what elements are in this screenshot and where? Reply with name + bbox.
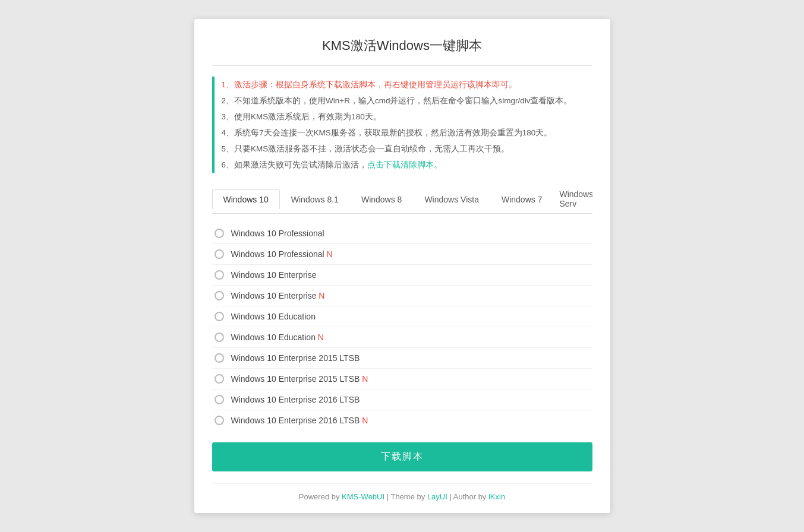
radio-label-pro: Windows 10 Professional <box>231 229 324 238</box>
tab-winvista[interactable]: Windows Vista <box>413 189 490 209</box>
download-button[interactable]: 下载脚本 <box>212 442 592 471</box>
footer-author-label: | Author by <box>447 492 488 501</box>
radio-item-ent2016n[interactable]: Windows 10 Enterprise 2016 LTSB N <box>212 410 592 430</box>
instruction-link-6[interactable]: 点击下载清除脚本。 <box>367 160 442 169</box>
radio-circle-edu_n <box>215 332 224 342</box>
tab-win7[interactable]: Windows 7 <box>490 189 553 209</box>
instruction-item-4: 4、系统每7天会连接一次KMS服务器，获取最新的授权，然后激活有效期会重置为18… <box>222 125 592 141</box>
radio-item-pro[interactable]: Windows 10 Professional <box>212 223 592 244</box>
radio-label-n-ent2016n: N <box>362 416 368 425</box>
radio-circle-ent2016n <box>215 416 224 425</box>
instruction-item-5: 5、只要KMS激活服务器不挂，激活状态会一直自动续命，无需人工再次干预。 <box>222 141 592 157</box>
radio-item-edu_n[interactable]: Windows 10 Education N <box>212 327 592 348</box>
page-title: KMS激活Windows一键脚本 <box>212 37 592 55</box>
radio-item-ent_n[interactable]: Windows 10 Enterprise N <box>212 286 592 306</box>
radio-label-n-edu_n: N <box>318 332 324 342</box>
footer-author-link[interactable]: iKxin <box>488 492 505 501</box>
main-card: KMS激活Windows一键脚本 1、激活步骤：根据自身系统下载激活脚本，再右键… <box>194 19 610 513</box>
radio-item-pro_n[interactable]: Windows 10 Professional N <box>212 244 592 265</box>
radio-label-ent: Windows 10 Enterprise <box>231 270 317 280</box>
footer-theme-label: | Theme by <box>384 492 427 501</box>
instruction-item-1: 1、激活步骤：根据自身系统下载激活脚本，再右键使用管理员运行该脚本即可。 <box>222 77 592 93</box>
radio-circle-pro <box>215 229 224 238</box>
instruction-item-3: 3、使用KMS激活系统后，有效期为180天。 <box>222 109 592 125</box>
instruction-item-2: 2、不知道系统版本的，使用Win+R，输入cmd并运行，然后在命令窗口输入slm… <box>222 93 592 109</box>
tab-win81[interactable]: Windows 8.1 <box>280 189 350 209</box>
radio-circle-ent2015n <box>215 374 224 384</box>
footer-layui-link[interactable]: LayUI <box>427 492 447 501</box>
radio-item-edu[interactable]: Windows 10 Education <box>212 306 592 327</box>
radio-label-pro_n: Windows 10 Professional N <box>231 249 333 259</box>
radio-label-n-pro_n: N <box>327 249 333 259</box>
footer-powered-label: Powered by <box>299 492 342 501</box>
tab-more-winsrv[interactable]: Windows Serv <box>553 185 592 213</box>
radio-item-ent[interactable]: Windows 10 Enterprise <box>212 265 592 286</box>
radio-item-ent2016[interactable]: Windows 10 Enterprise 2016 LTSB <box>212 390 592 410</box>
radio-circle-ent <box>215 270 224 280</box>
radio-circle-edu <box>215 312 224 321</box>
radio-label-ent2015n: Windows 10 Enterprise 2015 LTSB N <box>231 374 368 384</box>
radio-item-ent2015n[interactable]: Windows 10 Enterprise 2015 LTSB N <box>212 369 592 390</box>
radio-label-n-ent2015n: N <box>362 374 368 384</box>
radio-label-edu: Windows 10 Education <box>231 312 316 321</box>
radio-label-ent2016: Windows 10 Enterprise 2016 LTSB <box>231 395 360 404</box>
tab-win8[interactable]: Windows 8 <box>350 189 413 209</box>
radio-circle-pro_n <box>215 249 224 259</box>
radio-circle-ent2016 <box>215 395 224 404</box>
footer: Powered by KMS-WebUI | Theme by LayUI | … <box>212 483 592 501</box>
radio-label-n-ent_n: N <box>319 291 324 300</box>
title-divider <box>212 65 592 66</box>
radio-label-ent_n: Windows 10 Enterprise N <box>231 291 325 300</box>
radio-item-ent2015[interactable]: Windows 10 Enterprise 2015 LTSB <box>212 348 592 369</box>
radio-label-ent2015: Windows 10 Enterprise 2015 LTSB <box>231 353 360 363</box>
footer-kms-link[interactable]: KMS-WebUI <box>342 492 384 501</box>
instructions-block: 1、激活步骤：根据自身系统下载激活脚本，再右键使用管理员运行该脚本即可。2、不知… <box>212 77 592 173</box>
radio-circle-ent2015 <box>215 353 224 363</box>
instruction-item-6: 6、如果激活失败可先尝试清除后激活，点击下载清除脚本。 <box>222 157 592 173</box>
tab-win10[interactable]: Windows 10 <box>212 189 280 209</box>
radio-list: Windows 10 ProfessionalWindows 10 Profes… <box>212 223 592 430</box>
tab-bar: Windows 10Windows 8.1Windows 8Windows Vi… <box>212 185 592 214</box>
radio-label-ent2016n: Windows 10 Enterprise 2016 LTSB N <box>231 416 368 425</box>
radio-label-edu_n: Windows 10 Education N <box>231 332 324 342</box>
radio-circle-ent_n <box>215 291 224 300</box>
